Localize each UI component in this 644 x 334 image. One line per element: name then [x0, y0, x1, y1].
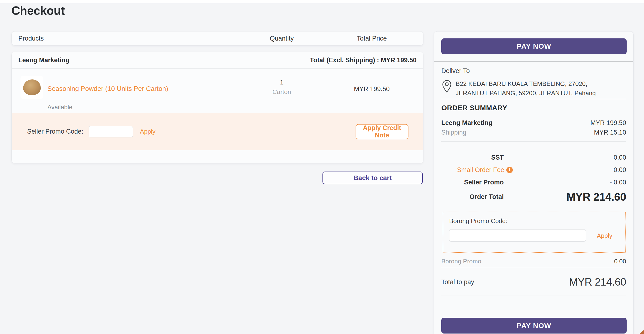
divider-dark: [434, 62, 633, 62]
borong-promo-box: Borong Promo Code: Apply: [443, 212, 626, 253]
product-unit: Carton: [258, 88, 306, 96]
summary-row-small-order-fee: Small Order Fee i 0.00: [441, 165, 626, 174]
seller-group-card: Leeng Marketing Total (Excl. Shipping) :…: [12, 52, 424, 163]
summary-seller-amount: MYR 199.50: [590, 119, 626, 127]
summary-row-shipping: Shipping MYR 15.10: [441, 128, 626, 136]
column-header-total-price: Total Price: [336, 35, 408, 42]
delivery-address-line2: JERANTUT PAHANG, 59200, JERANTUT, Pahang: [456, 89, 596, 98]
summary-row-sst: SST 0.00: [441, 153, 626, 162]
total-to-pay-row: Total to pay MYR 214.60: [441, 276, 626, 288]
chat-widget-button[interactable]: [637, 328, 644, 334]
location-pin-icon: [442, 80, 452, 93]
products-table-header: Products Quantity Total Price: [12, 31, 424, 46]
seller-promo-section: Seller Promo Code: Apply Apply Credit No…: [12, 113, 423, 150]
summary-row-order-total: Order Total MYR 214.60: [441, 190, 626, 203]
small-order-fee-label: Small Order Fee: [457, 166, 504, 174]
page-title: Checkout: [12, 4, 65, 18]
shipping-amount: MYR 15.10: [594, 129, 626, 136]
order-summary-heading: ORDER SUMMARY: [441, 104, 507, 112]
order-summary-panel: PAY NOW Deliver To B22 KEDAI BARU KUALA …: [434, 31, 634, 334]
small-order-fee-amount: 0.00: [614, 166, 626, 174]
order-total-amount: MYR 214.60: [566, 190, 626, 203]
column-header-products: Products: [18, 35, 44, 42]
borong-promo-amount: 0.00: [614, 258, 626, 265]
seller-promo-label: Seller Promo: [441, 179, 504, 186]
seasoning-powder-image: [23, 79, 41, 95]
borong-promo-code-input[interactable]: [449, 229, 586, 242]
pay-now-button-top[interactable]: PAY NOW: [441, 38, 626, 54]
seller-group-total: Total (Excl. Shipping) : MYR 199.50: [310, 57, 416, 64]
sst-amount: 0.00: [614, 154, 626, 161]
product-thumbnail[interactable]: [20, 76, 43, 99]
seller-group-header: Leeng Marketing Total (Excl. Shipping) :…: [12, 52, 423, 69]
product-total-price: MYR 199.50: [336, 85, 408, 93]
borong-promo-code-label: Borong Promo Code:: [449, 217, 507, 225]
divider: [441, 99, 626, 99]
seller-promo-apply-link[interactable]: Apply: [140, 128, 156, 135]
divider: [441, 141, 626, 142]
summary-seller-name: Leeng Marketing: [441, 119, 492, 127]
divider: [441, 296, 626, 296]
pay-now-button-bottom[interactable]: PAY NOW: [441, 318, 626, 333]
seller-promo-code-label: Seller Promo Code:: [27, 128, 83, 135]
sst-label: SST: [441, 154, 504, 161]
product-quantity: 1: [258, 79, 306, 86]
product-name-link[interactable]: Seasoning Powder (10 Units Per Carton): [48, 85, 168, 93]
seller-promo-amount: - 0.00: [610, 179, 626, 186]
seller-promo-code-input[interactable]: [88, 126, 133, 137]
info-icon[interactable]: i: [506, 167, 513, 173]
summary-row-seller-promo: Seller Promo - 0.00: [441, 178, 626, 187]
deliver-to-label: Deliver To: [441, 67, 470, 75]
borong-promo-apply-link[interactable]: Apply: [597, 232, 612, 240]
apply-credit-note-button[interactable]: Apply Credit Note: [356, 124, 408, 139]
seller-name: Leeng Marketing: [18, 57, 70, 64]
column-header-quantity: Quantity: [258, 35, 306, 42]
top-strip: [0, 0, 644, 3]
divider: [441, 268, 626, 268]
summary-row-borong-promo: Borong Promo 0.00: [441, 257, 626, 265]
total-to-pay-amount: MYR 214.60: [569, 276, 626, 288]
borong-promo-label: Borong Promo: [441, 258, 481, 265]
order-total-label: Order Total: [441, 193, 504, 201]
summary-row-seller: Leeng Marketing MYR 199.50: [441, 119, 626, 127]
total-to-pay-label: Total to pay: [441, 278, 474, 286]
delivery-address-line1: B22 KEDAI BARU KUALA TEMBELING, 27020,: [456, 79, 596, 89]
back-to-cart-button[interactable]: Back to cart: [322, 172, 423, 184]
delivery-address: B22 KEDAI BARU KUALA TEMBELING, 27020, J…: [456, 79, 596, 98]
availability-status: Available: [48, 104, 72, 111]
shipping-label: Shipping: [441, 129, 466, 136]
